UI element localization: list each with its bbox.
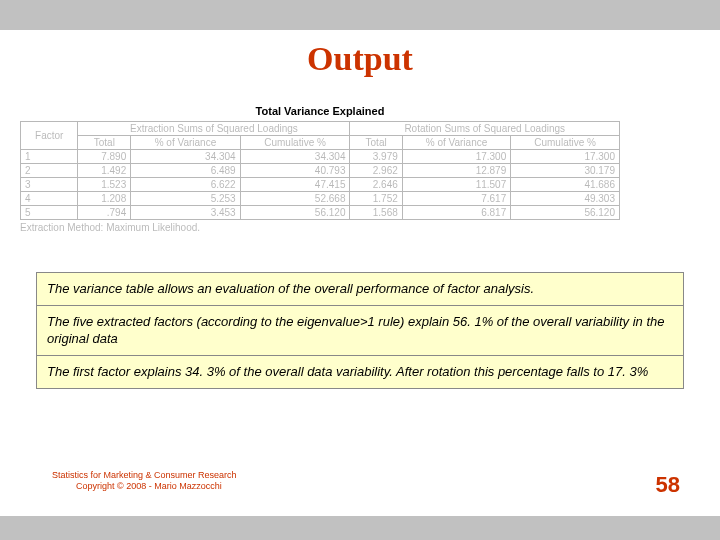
cell: 41.686 (511, 178, 620, 192)
cell: 1.568 (350, 206, 402, 220)
cell: 7.890 (78, 150, 131, 164)
cell: 3.979 (350, 150, 402, 164)
slide-title: Output (0, 40, 720, 78)
col-e-pct: % of Variance (131, 136, 240, 150)
extraction-method-note: Extraction Method: Maximum Likelihood. (20, 222, 620, 233)
cell: 30.179 (511, 164, 620, 178)
cell-factor: 3 (21, 178, 78, 192)
cell: 1.752 (350, 192, 402, 206)
footer-line2: Copyright © 2008 - Mario Mazzocchi (52, 481, 237, 492)
table-caption: Total Variance Explained (20, 105, 620, 117)
cell: 1.523 (78, 178, 131, 192)
col-group-extraction: Extraction Sums of Squared Loadings (78, 122, 350, 136)
cell: 6.622 (131, 178, 240, 192)
col-e-cum: Cumulative % (240, 136, 350, 150)
cell: 1.208 (78, 192, 131, 206)
footer-line1: Statistics for Marketing & Consumer Rese… (52, 470, 237, 480)
col-r-cum: Cumulative % (511, 136, 620, 150)
cell-factor: 1 (21, 150, 78, 164)
col-e-total: Total (78, 136, 131, 150)
cell: 2.962 (350, 164, 402, 178)
cell: 40.793 (240, 164, 350, 178)
cell: 47.415 (240, 178, 350, 192)
cell: 6.489 (131, 164, 240, 178)
variance-table: Factor Extraction Sums of Squared Loadin… (20, 121, 620, 220)
cell: 11.507 (402, 178, 510, 192)
cell-factor: 2 (21, 164, 78, 178)
footer-credits: Statistics for Marketing & Consumer Rese… (52, 470, 237, 492)
cell: 17.300 (402, 150, 510, 164)
page-number: 58 (656, 472, 680, 498)
cell: 34.304 (240, 150, 350, 164)
cell: 12.879 (402, 164, 510, 178)
window-top-bar (0, 0, 720, 30)
cell: .794 (78, 206, 131, 220)
cell: 56.120 (511, 206, 620, 220)
cell: 6.817 (402, 206, 510, 220)
cell: 17.300 (511, 150, 620, 164)
cell: 49.303 (511, 192, 620, 206)
variance-table-wrap: Total Variance Explained Factor Extracti… (20, 105, 620, 233)
table-row: 3 1.523 6.622 47.415 2.646 11.507 41.686 (21, 178, 620, 192)
commentary-box: The variance table allows an evaluation … (36, 272, 684, 389)
table-row: 1 7.890 34.304 34.304 3.979 17.300 17.30… (21, 150, 620, 164)
col-group-rotation: Rotation Sums of Squared Loadings (350, 122, 620, 136)
cell: 34.304 (131, 150, 240, 164)
cell: 52.668 (240, 192, 350, 206)
commentary-p1: The variance table allows an evaluation … (37, 273, 683, 306)
slide-content: Output Total Variance Explained Factor E… (0, 40, 720, 526)
table-row: 5 .794 3.453 56.120 1.568 6.817 56.120 (21, 206, 620, 220)
commentary-p2: The five extracted factors (according to… (37, 306, 683, 356)
col-r-pct: % of Variance (402, 136, 510, 150)
col-r-total: Total (350, 136, 402, 150)
cell: 56.120 (240, 206, 350, 220)
cell: 7.617 (402, 192, 510, 206)
cell: 2.646 (350, 178, 402, 192)
cell: 1.492 (78, 164, 131, 178)
cell-factor: 4 (21, 192, 78, 206)
commentary-p3: The first factor explains 34. 3% of the … (37, 356, 683, 388)
table-row: 4 1.208 5.253 52.668 1.752 7.617 49.303 (21, 192, 620, 206)
window-bottom-bar (0, 516, 720, 540)
cell-factor: 5 (21, 206, 78, 220)
col-factor: Factor (21, 122, 78, 150)
cell: 5.253 (131, 192, 240, 206)
cell: 3.453 (131, 206, 240, 220)
table-row: 2 1.492 6.489 40.793 2.962 12.879 30.179 (21, 164, 620, 178)
